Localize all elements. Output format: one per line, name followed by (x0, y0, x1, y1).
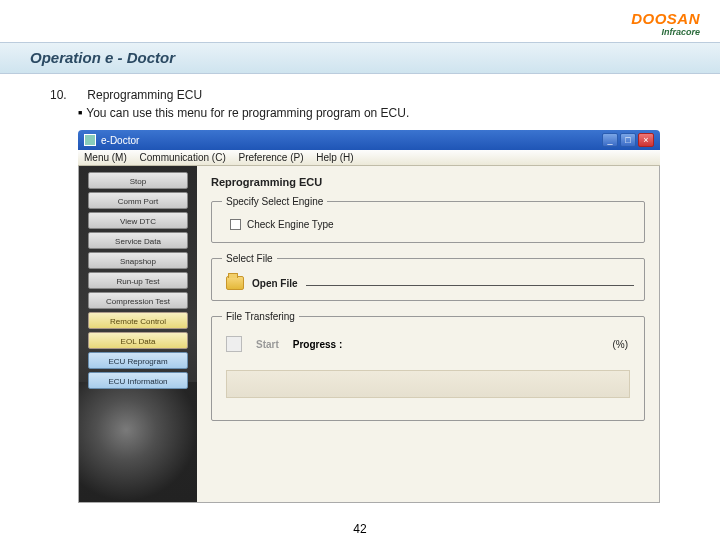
legend-specify-engine: Specify Select Engine (222, 196, 327, 207)
section-title: Reprogramming ECU (87, 88, 202, 102)
sidebar-btn-viewdtc[interactable]: View DTC (88, 212, 188, 229)
window-titlebar: e-Doctor _ □ × (78, 130, 660, 150)
group-specify-engine: Specify Select Engine Check Engine Type (211, 196, 645, 243)
start-icon[interactable] (226, 336, 242, 352)
maximize-button[interactable]: □ (620, 133, 636, 147)
menu-preference[interactable]: Preference (P) (239, 152, 304, 163)
sidebar-btn-runup[interactable]: Run-up Test (88, 272, 188, 289)
logo-main: DOOSAN (631, 10, 700, 27)
sidebar-btn-commport[interactable]: Comm Port (88, 192, 188, 209)
section-number: 10. (50, 88, 84, 102)
group-file-transfer: File Transfering Start Progress : (%) (211, 311, 645, 421)
check-engine-label: Check Engine Type (247, 219, 334, 230)
app-window: e-Doctor _ □ × Menu (M) Communication (C… (78, 130, 660, 503)
check-engine-row: Check Engine Type (230, 219, 634, 230)
slide-title: Operation e - Doctor (30, 49, 175, 66)
open-file-label[interactable]: Open File (252, 278, 298, 289)
sidebar-btn-snapshop[interactable]: Snapshop (88, 252, 188, 269)
sidebar-btn-stop[interactable]: Stop (88, 172, 188, 189)
sidebar-engine-image (79, 382, 197, 502)
sidebar: Stop Comm Port View DTC Service Data Sna… (79, 166, 197, 502)
group-select-file: Select File Open File (211, 253, 645, 301)
main-panel: Reprogramming ECU Specify Select Engine … (197, 166, 659, 502)
minimize-button[interactable]: _ (602, 133, 618, 147)
bullet-text: You can use this menu for re programming… (86, 106, 409, 120)
menu-help[interactable]: Help (H) (316, 152, 353, 163)
app-icon (84, 134, 96, 146)
sidebar-btn-remote[interactable]: Remote Control (88, 312, 188, 329)
brand-logo: DOOSAN Infracore (631, 10, 700, 37)
slide-title-bar: Operation e - Doctor (0, 42, 720, 74)
file-path-line (306, 285, 634, 286)
close-button[interactable]: × (638, 133, 654, 147)
menu-communication[interactable]: Communication (C) (140, 152, 226, 163)
progress-bar (226, 370, 630, 398)
panel-title: Reprogramming ECU (211, 176, 645, 188)
sidebar-btn-ecureprogram[interactable]: ECU Reprogram (88, 352, 188, 369)
sidebar-btn-compression[interactable]: Compression Test (88, 292, 188, 309)
sidebar-btn-ecuinfo[interactable]: ECU Information (88, 372, 188, 389)
window-title: e-Doctor (101, 135, 139, 146)
progress-label: Progress : (293, 339, 342, 350)
folder-icon[interactable] (226, 276, 244, 290)
sidebar-btn-servicedata[interactable]: Service Data (88, 232, 188, 249)
check-engine-checkbox[interactable] (230, 219, 241, 230)
sidebar-btn-eol[interactable]: EOL Data (88, 332, 188, 349)
bullet-icon: ■ (78, 109, 82, 116)
start-label[interactable]: Start (256, 339, 279, 350)
menu-menu[interactable]: Menu (M) (84, 152, 127, 163)
page-number: 42 (0, 522, 720, 536)
legend-file-transfer: File Transfering (222, 311, 299, 322)
progress-percent: (%) (612, 339, 628, 350)
section-heading: 10. Reprogramming ECU (50, 88, 670, 102)
menubar: Menu (M) Communication (C) Preference (P… (78, 150, 660, 166)
legend-select-file: Select File (222, 253, 277, 264)
bullet-line: ■You can use this menu for re programmin… (50, 106, 670, 120)
logo-sub: Infracore (631, 27, 700, 37)
